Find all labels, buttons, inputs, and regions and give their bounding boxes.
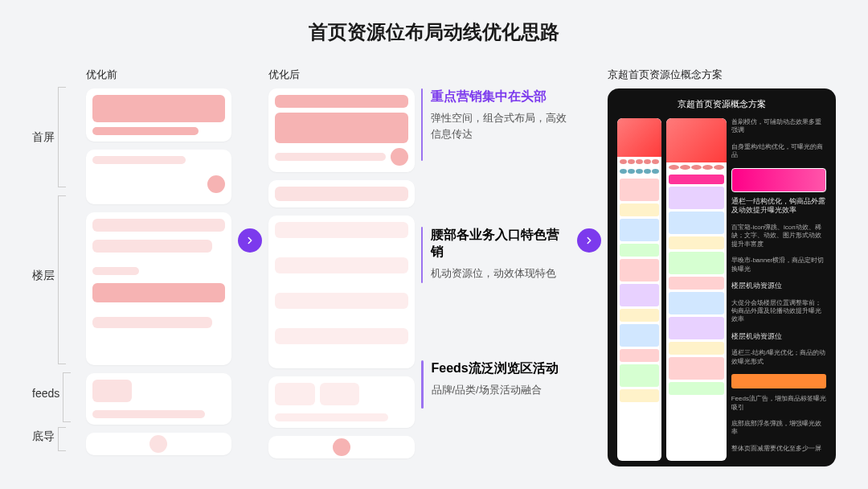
wf-dot [207,175,225,193]
phone-module [620,179,659,201]
note-line: 早晚市-banner横滑，商品定时切换曝光 [731,257,826,273]
label-floor: 楼层 [32,269,55,283]
note-line: 底部底部浮条弹跳，增强曝光效率 [731,420,826,437]
wf-block [275,95,407,108]
arrow-to-mockup [577,68,601,253]
wf-block [92,95,225,122]
phone-module [669,236,724,249]
mockup-panel-header: 京超首页资源概念方案 [617,98,826,110]
wf-dot [149,435,167,453]
wf-card-after-nav [268,436,414,458]
note-line: 大促分会场楼层位置调整靠前；钩商品外露及轮播动效提升曝光效率 [731,299,826,324]
wf-card-before-nav [86,433,231,455]
concept-block-3: Feeds流泛浏览区活动 品牌/品类/场景活动融合 [421,360,571,409]
bracket-icon [58,427,66,451]
wf-block [92,240,212,253]
page-title: 首页资源位布局动线优化思路 [32,19,836,45]
label-group-floor: 楼层 [32,187,80,364]
note-line: Feeds流广告，增加商品标签曝光吸引 [731,395,826,412]
mockup-section: 京超首页资源位概念方案 京超首页资源概念方案 [608,68,836,466]
wireframe-after-column: 优化后 [268,68,414,466]
phone-module [669,292,724,314]
column-header-before: 优化前 [86,68,231,82]
wf-block [320,383,360,405]
phone-module [620,203,659,216]
mockup-notes-column: 首刷模仿，可辅助动态效果多重强调 自身重构/结构优化，可曝光的商品 通栏一结构优… [731,118,826,461]
wf-card-before-sub [86,150,231,204]
vertical-bar-icon [421,227,424,283]
phone-icon-row [617,157,661,166]
phone-module [620,244,659,257]
diagram-container: 首屏 楼层 feeds 底导 优化前 [32,68,836,466]
vertical-bar-icon [421,360,424,409]
concept-3-desc: 品牌/品类/场景活动融合 [432,382,559,398]
note-line: 整体页面减需要优化至多少一屏 [731,445,826,453]
phone-module [669,357,724,380]
phone-module [620,309,659,322]
label-group-first-screen: 首屏 [32,87,80,187]
concept-2-title: 腰部各业务入口特色营销 [431,227,570,261]
wf-block [275,187,407,201]
bracket-icon [63,372,71,422]
note-line: 通栏一结构优化，钩商品外露及动效提升曝光效率 [731,197,826,216]
wf-card-after-header [268,88,414,172]
phone-module [620,284,659,306]
concept-block-1: 重点营销集中在头部 弹性空间，组合式布局，高效信息传达 [421,88,571,161]
wireframe-before-column: 优化前 [86,68,231,463]
wf-card-before-floor [86,212,231,365]
arrow-right-icon [577,228,601,253]
phone-module [669,342,724,355]
phone-module [620,259,659,281]
note-line: 自身重构/结构优化，可曝光的商品 [731,143,826,160]
phone-banner [617,118,661,157]
phone-module [669,212,724,234]
wf-block [92,127,199,135]
note-line: 楼层机动资源位 [731,281,826,291]
phone-module [669,252,724,274]
phone-module [620,349,659,362]
highlight-strip [731,168,826,192]
wf-block [92,267,139,275]
wf-block [275,293,407,309]
concept-3-title: Feeds流泛浏览区活动 [432,360,559,377]
mockup-panel: 京超首页资源概念方案 [608,88,836,466]
wf-block [275,328,407,344]
wf-block [92,219,225,232]
wf-block [92,156,186,164]
highlight-strip [731,374,826,388]
wf-block [92,380,133,402]
concept-2-desc: 机动资源位，动效体现特色 [431,265,570,281]
wf-card-after-floor [268,216,414,368]
wf-block [92,317,212,328]
wf-block [275,257,407,273]
concept-block-2: 腰部各业务入口特色营销 机动资源位，动效体现特色 [421,227,571,283]
wf-block [275,222,407,238]
phone-module [620,219,659,241]
bracket-icon [58,195,66,364]
wf-dot [391,148,408,166]
label-group-feeds: feeds [32,364,80,422]
wf-block [275,113,407,143]
wf-card-before-header [86,88,231,142]
arrow-right-icon [238,228,262,253]
phone-module [620,389,659,402]
annotations-column: 重点营销集中在头部 弹性空间，组合式布局，高效信息传达 腰部各业务入口特色营销 … [421,68,571,409]
wf-block [275,153,385,161]
wf-card-after-sub [268,180,414,208]
note-line: 首刷模仿，可辅助动态效果多重强调 [731,118,826,135]
phone-module [620,364,659,387]
phone-module [669,277,724,290]
vertical-bar-icon [421,88,423,161]
label-group-bottom-nav: 底导 [32,422,80,451]
wf-block [275,413,388,421]
phone-banner [666,118,727,162]
concept-1-title: 重点营销集中在头部 [431,88,571,105]
phone-mock-2 [666,118,727,461]
label-feeds: feeds [32,387,59,400]
concept-1-desc: 弹性空间，组合式布局，高效信息传达 [431,110,571,142]
row-labels-column: 首屏 楼层 feeds 底导 [32,68,80,451]
wf-card-after-feeds [268,376,414,428]
phone-module [669,382,724,395]
wf-block [92,283,225,302]
column-header-after: 优化后 [268,68,414,82]
